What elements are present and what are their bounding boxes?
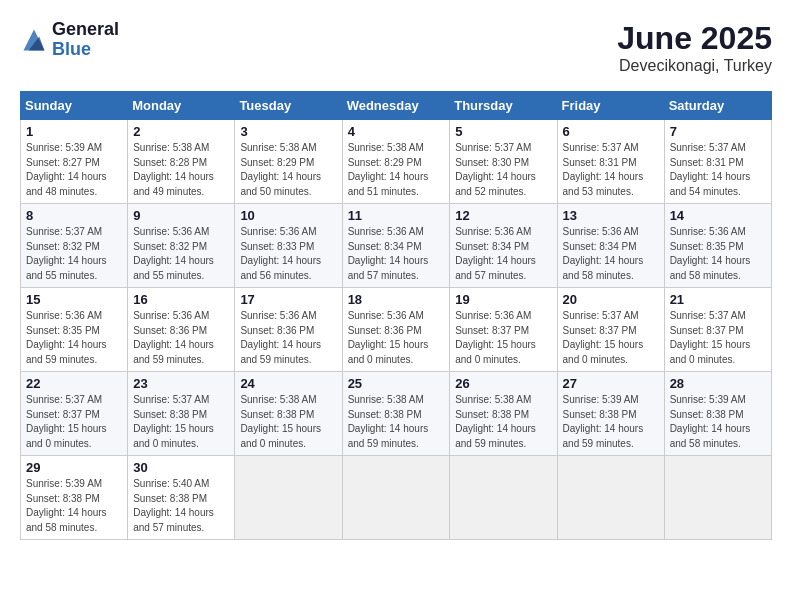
day-number: 25: [348, 376, 445, 391]
table-cell: [450, 456, 557, 540]
day-number: 26: [455, 376, 551, 391]
day-number: 30: [133, 460, 229, 475]
table-cell: 30Sunrise: 5:40 AMSunset: 8:38 PMDayligh…: [128, 456, 235, 540]
table-cell: 26Sunrise: 5:38 AMSunset: 8:38 PMDayligh…: [450, 372, 557, 456]
day-number: 6: [563, 124, 659, 139]
table-cell: 1Sunrise: 5:39 AMSunset: 8:27 PMDaylight…: [21, 120, 128, 204]
day-info: Sunrise: 5:37 AMSunset: 8:31 PMDaylight:…: [670, 141, 766, 199]
day-info: Sunrise: 5:38 AMSunset: 8:29 PMDaylight:…: [240, 141, 336, 199]
table-cell: 21Sunrise: 5:37 AMSunset: 8:37 PMDayligh…: [664, 288, 771, 372]
day-info: Sunrise: 5:38 AMSunset: 8:38 PMDaylight:…: [348, 393, 445, 451]
table-cell: 15Sunrise: 5:36 AMSunset: 8:35 PMDayligh…: [21, 288, 128, 372]
day-number: 3: [240, 124, 336, 139]
day-info: Sunrise: 5:37 AMSunset: 8:32 PMDaylight:…: [26, 225, 122, 283]
day-info: Sunrise: 5:40 AMSunset: 8:38 PMDaylight:…: [133, 477, 229, 535]
day-number: 9: [133, 208, 229, 223]
calendar-header-row: Sunday Monday Tuesday Wednesday Thursday…: [21, 92, 772, 120]
day-info: Sunrise: 5:37 AMSunset: 8:37 PMDaylight:…: [26, 393, 122, 451]
day-number: 11: [348, 208, 445, 223]
table-cell: 29Sunrise: 5:39 AMSunset: 8:38 PMDayligh…: [21, 456, 128, 540]
day-number: 4: [348, 124, 445, 139]
table-cell: 14Sunrise: 5:36 AMSunset: 8:35 PMDayligh…: [664, 204, 771, 288]
calendar-row: 8Sunrise: 5:37 AMSunset: 8:32 PMDaylight…: [21, 204, 772, 288]
col-friday: Friday: [557, 92, 664, 120]
day-number: 5: [455, 124, 551, 139]
day-info: Sunrise: 5:38 AMSunset: 8:38 PMDaylight:…: [455, 393, 551, 451]
day-number: 13: [563, 208, 659, 223]
day-number: 1: [26, 124, 122, 139]
calendar-row: 22Sunrise: 5:37 AMSunset: 8:37 PMDayligh…: [21, 372, 772, 456]
day-number: 29: [26, 460, 122, 475]
location-title: Devecikonagi, Turkey: [617, 57, 772, 75]
day-number: 16: [133, 292, 229, 307]
logo-text: General Blue: [52, 20, 119, 60]
table-cell: 18Sunrise: 5:36 AMSunset: 8:36 PMDayligh…: [342, 288, 450, 372]
day-number: 17: [240, 292, 336, 307]
day-number: 18: [348, 292, 445, 307]
table-cell: 10Sunrise: 5:36 AMSunset: 8:33 PMDayligh…: [235, 204, 342, 288]
calendar-table: Sunday Monday Tuesday Wednesday Thursday…: [20, 91, 772, 540]
day-info: Sunrise: 5:38 AMSunset: 8:29 PMDaylight:…: [348, 141, 445, 199]
table-cell: [557, 456, 664, 540]
day-info: Sunrise: 5:37 AMSunset: 8:37 PMDaylight:…: [670, 309, 766, 367]
day-info: Sunrise: 5:37 AMSunset: 8:38 PMDaylight:…: [133, 393, 229, 451]
day-info: Sunrise: 5:38 AMSunset: 8:38 PMDaylight:…: [240, 393, 336, 451]
day-info: Sunrise: 5:37 AMSunset: 8:31 PMDaylight:…: [563, 141, 659, 199]
col-thursday: Thursday: [450, 92, 557, 120]
logo-blue: Blue: [52, 40, 119, 60]
day-number: 2: [133, 124, 229, 139]
day-info: Sunrise: 5:36 AMSunset: 8:35 PMDaylight:…: [670, 225, 766, 283]
day-number: 23: [133, 376, 229, 391]
table-cell: 27Sunrise: 5:39 AMSunset: 8:38 PMDayligh…: [557, 372, 664, 456]
day-number: 10: [240, 208, 336, 223]
month-title: June 2025: [617, 20, 772, 57]
calendar-row: 15Sunrise: 5:36 AMSunset: 8:35 PMDayligh…: [21, 288, 772, 372]
day-number: 12: [455, 208, 551, 223]
table-cell: 9Sunrise: 5:36 AMSunset: 8:32 PMDaylight…: [128, 204, 235, 288]
table-cell: 8Sunrise: 5:37 AMSunset: 8:32 PMDaylight…: [21, 204, 128, 288]
col-monday: Monday: [128, 92, 235, 120]
table-cell: [235, 456, 342, 540]
day-number: 15: [26, 292, 122, 307]
day-number: 20: [563, 292, 659, 307]
day-info: Sunrise: 5:37 AMSunset: 8:37 PMDaylight:…: [563, 309, 659, 367]
col-sunday: Sunday: [21, 92, 128, 120]
day-number: 24: [240, 376, 336, 391]
col-wednesday: Wednesday: [342, 92, 450, 120]
day-info: Sunrise: 5:36 AMSunset: 8:36 PMDaylight:…: [133, 309, 229, 367]
table-cell: 6Sunrise: 5:37 AMSunset: 8:31 PMDaylight…: [557, 120, 664, 204]
day-number: 27: [563, 376, 659, 391]
table-cell: 12Sunrise: 5:36 AMSunset: 8:34 PMDayligh…: [450, 204, 557, 288]
day-number: 7: [670, 124, 766, 139]
day-number: 14: [670, 208, 766, 223]
day-info: Sunrise: 5:36 AMSunset: 8:34 PMDaylight:…: [563, 225, 659, 283]
day-info: Sunrise: 5:36 AMSunset: 8:36 PMDaylight:…: [240, 309, 336, 367]
table-cell: 25Sunrise: 5:38 AMSunset: 8:38 PMDayligh…: [342, 372, 450, 456]
table-cell: 4Sunrise: 5:38 AMSunset: 8:29 PMDaylight…: [342, 120, 450, 204]
day-number: 21: [670, 292, 766, 307]
day-info: Sunrise: 5:36 AMSunset: 8:36 PMDaylight:…: [348, 309, 445, 367]
table-cell: [664, 456, 771, 540]
calendar-row: 29Sunrise: 5:39 AMSunset: 8:38 PMDayligh…: [21, 456, 772, 540]
table-cell: 13Sunrise: 5:36 AMSunset: 8:34 PMDayligh…: [557, 204, 664, 288]
day-number: 28: [670, 376, 766, 391]
logo-icon: [20, 26, 48, 54]
logo: General Blue: [20, 20, 119, 60]
table-cell: 20Sunrise: 5:37 AMSunset: 8:37 PMDayligh…: [557, 288, 664, 372]
table-cell: 19Sunrise: 5:36 AMSunset: 8:37 PMDayligh…: [450, 288, 557, 372]
table-cell: 5Sunrise: 5:37 AMSunset: 8:30 PMDaylight…: [450, 120, 557, 204]
day-info: Sunrise: 5:36 AMSunset: 8:34 PMDaylight:…: [455, 225, 551, 283]
table-cell: 3Sunrise: 5:38 AMSunset: 8:29 PMDaylight…: [235, 120, 342, 204]
day-info: Sunrise: 5:36 AMSunset: 8:33 PMDaylight:…: [240, 225, 336, 283]
day-info: Sunrise: 5:39 AMSunset: 8:38 PMDaylight:…: [563, 393, 659, 451]
day-info: Sunrise: 5:38 AMSunset: 8:28 PMDaylight:…: [133, 141, 229, 199]
table-cell: 11Sunrise: 5:36 AMSunset: 8:34 PMDayligh…: [342, 204, 450, 288]
table-cell: [342, 456, 450, 540]
page-header: General Blue June 2025 Devecikonagi, Tur…: [20, 20, 772, 75]
day-info: Sunrise: 5:36 AMSunset: 8:32 PMDaylight:…: [133, 225, 229, 283]
table-cell: 22Sunrise: 5:37 AMSunset: 8:37 PMDayligh…: [21, 372, 128, 456]
day-info: Sunrise: 5:39 AMSunset: 8:38 PMDaylight:…: [670, 393, 766, 451]
table-cell: 7Sunrise: 5:37 AMSunset: 8:31 PMDaylight…: [664, 120, 771, 204]
table-cell: 23Sunrise: 5:37 AMSunset: 8:38 PMDayligh…: [128, 372, 235, 456]
day-info: Sunrise: 5:37 AMSunset: 8:30 PMDaylight:…: [455, 141, 551, 199]
